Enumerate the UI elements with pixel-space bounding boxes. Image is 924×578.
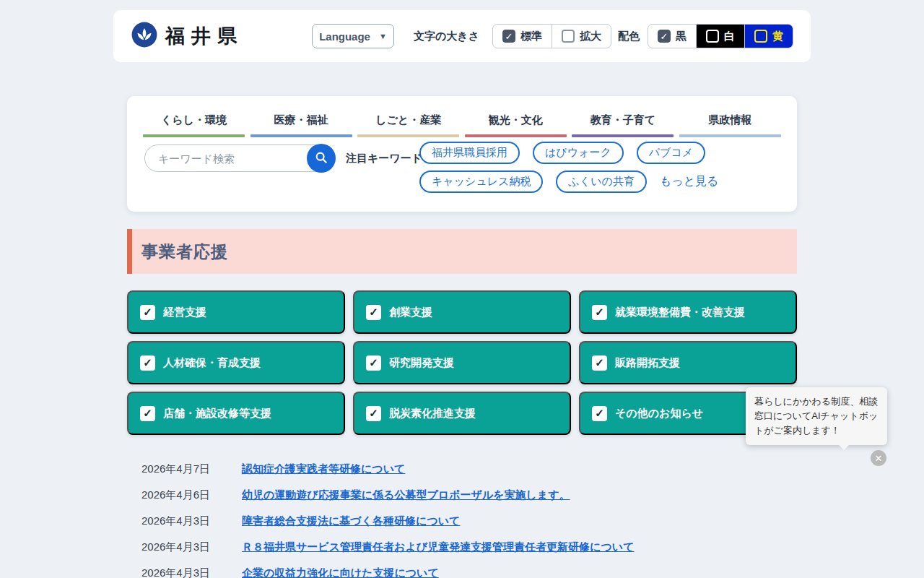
business-support-banner: 事業者応援 xyxy=(127,229,797,274)
news-link[interactable]: 認知症介護実践者等研修について xyxy=(242,462,405,476)
chatbot-tooltip-message: 暮らしにかかわる制度、相談窓口についてAIチャットボットがご案内します！ xyxy=(754,396,878,436)
fukui-emblem-icon xyxy=(131,21,158,51)
category-label: 人材確保・育成支援 xyxy=(163,356,261,370)
category-sogyo-shien[interactable]: ✓ 創業支援 xyxy=(353,290,571,334)
category-keiei-shien[interactable]: ✓ 経営支援 xyxy=(127,290,345,334)
banner-accent-bar xyxy=(127,229,132,274)
search-icon xyxy=(315,151,328,166)
news-date: 2026年4月7日 xyxy=(141,462,242,476)
color-scheme-yellow-option[interactable]: ✓ 黄 xyxy=(744,25,793,48)
more-keywords-link[interactable]: もっと見る xyxy=(660,174,719,189)
news-link[interactable]: 幼児の運動遊び応援事業に係る公募型プロポーザルを実施します。 xyxy=(242,488,570,502)
keyword-pill-shokuin-saiyo[interactable]: 福井県職員採用 xyxy=(419,142,520,164)
language-select[interactable]: Language ▼ xyxy=(312,24,394,48)
checkbox-unchecked-icon: ✓ xyxy=(562,30,575,43)
tab-underline xyxy=(357,134,459,137)
news-date: 2026年4月3日 xyxy=(141,566,242,578)
news-date: 2026年4月3日 xyxy=(141,540,242,554)
keyword-pill-pabukome[interactable]: パブコメ xyxy=(637,142,705,164)
tab-kanko-bunka[interactable]: 観光・文化 xyxy=(465,105,567,137)
search-box xyxy=(144,144,335,172)
font-size-large-label: 拡大 xyxy=(580,30,601,43)
chevron-down-icon: ▼ xyxy=(379,32,387,40)
category-label: 研究開発支援 xyxy=(389,356,454,370)
font-size-toggle-group: ✓ 標準 ✓ 拡大 xyxy=(492,24,611,48)
color-scheme-toggle-group: ✓ 黒 ✓ 白 ✓ 黄 xyxy=(648,24,793,48)
close-icon: ✕ xyxy=(875,454,883,463)
news-list: 2026年4月7日 認知症介護実践者等研修について 2026年4月6日 幼児の運… xyxy=(141,462,820,578)
font-size-standard-label: 標準 xyxy=(520,30,542,43)
font-size-standard-option[interactable]: ✓ 標準 xyxy=(493,25,552,48)
color-yellow-label: 黄 xyxy=(772,30,783,43)
tab-label: しごと・産業 xyxy=(357,105,459,134)
checkbox-checked-icon: ✓ xyxy=(140,305,155,320)
tab-shigoto-sangyo[interactable]: しごと・産業 xyxy=(357,105,459,137)
keyword-pill-cashless-nozei[interactable]: キャッシュレス納税 xyxy=(419,171,543,193)
keyword-pills: 福井県職員採用 はぴウォーク パブコメ キャッシュレス納税 ふくいの共育 もっと… xyxy=(419,142,718,193)
keyword-pill-hapi-walk[interactable]: はぴウォーク xyxy=(533,142,624,164)
checkbox-checked-icon: ✓ xyxy=(140,406,155,421)
checkbox-unchecked-icon: ✓ xyxy=(754,30,767,43)
search-button[interactable] xyxy=(307,144,336,173)
color-scheme-black-option[interactable]: ✓ 黒 xyxy=(648,25,696,48)
news-row: 2026年4月3日 障害者総合支援法に基づく各種研修について xyxy=(141,514,820,528)
tab-label: くらし・環境 xyxy=(143,105,245,134)
tab-kurashi-kankyo[interactable]: くらし・環境 xyxy=(143,105,245,137)
category-label: 経営支援 xyxy=(163,306,206,319)
checkbox-checked-icon: ✓ xyxy=(592,305,607,320)
category-label: 脱炭素化推進支援 xyxy=(389,407,476,420)
tab-underline xyxy=(465,134,567,137)
category-label: その他のお知らせ xyxy=(615,407,703,420)
category-shugyo-kankyo[interactable]: ✓ 就業環境整備費・改善支援 xyxy=(579,290,797,334)
checkbox-checked-icon: ✓ xyxy=(366,355,381,371)
tab-label: 教育・子育て xyxy=(572,105,674,134)
category-hanro-kaitaku[interactable]: ✓ 販路開拓支援 xyxy=(579,341,797,384)
category-jinzai-kakuho[interactable]: ✓ 人材確保・育成支援 xyxy=(127,341,345,384)
tab-kyoiku-kosodate[interactable]: 教育・子育て xyxy=(572,105,674,137)
checkbox-checked-icon: ✓ xyxy=(140,355,155,371)
tab-iryo-fukushi[interactable]: 医療・福祉 xyxy=(250,105,352,137)
keyword-pill-fukui-kyoiku[interactable]: ふくいの共育 xyxy=(556,171,646,193)
language-label: Language xyxy=(319,30,370,43)
section-title: 事業者応援 xyxy=(141,241,228,263)
category-datsutanso[interactable]: ✓ 脱炭素化推進支援 xyxy=(353,392,571,435)
category-label: 販路開拓支援 xyxy=(615,356,680,370)
category-label: 店舗・施設改修等支援 xyxy=(163,407,271,420)
tab-kensei-joho[interactable]: 県政情報 xyxy=(679,105,781,137)
font-size-large-option[interactable]: ✓ 拡大 xyxy=(552,25,611,48)
category-label: 就業環境整備費・改善支援 xyxy=(615,306,745,319)
chatbot-tooltip-close-button[interactable]: ✕ xyxy=(871,450,886,466)
checkbox-checked-icon: ✓ xyxy=(592,406,607,421)
tab-label: 医療・福祉 xyxy=(250,105,352,134)
tab-label: 観光・文化 xyxy=(465,105,567,134)
site-title: 福井県 xyxy=(165,23,243,49)
font-size-label: 文字の大きさ xyxy=(414,30,479,43)
tab-underline xyxy=(143,134,245,137)
nav-search-card: くらし・環境 医療・福祉 しごと・産業 観光・文化 教育・子育て 県政情報 xyxy=(127,96,797,212)
news-row: 2026年4月7日 認知症介護実践者等研修について xyxy=(141,462,820,476)
news-date: 2026年4月6日 xyxy=(141,488,242,502)
checkbox-checked-icon: ✓ xyxy=(366,305,381,320)
news-link[interactable]: 障害者総合支援法に基づく各種研修について xyxy=(242,514,460,528)
site-logo[interactable]: 福井県 xyxy=(131,21,243,51)
category-tabs: くらし・環境 医療・福祉 しごと・産業 観光・文化 教育・子育て 県政情報 xyxy=(143,105,781,137)
color-black-label: 黒 xyxy=(676,30,687,43)
news-row: 2026年4月3日 Ｒ８福井県サービス管理責任者および児童発達支援管理責任者更新… xyxy=(141,540,820,554)
category-tenpo-kaishu[interactable]: ✓ 店舗・施設改修等支援 xyxy=(127,392,345,435)
business-support-grid: ✓ 経営支援 ✓ 創業支援 ✓ 就業環境整備費・改善支援 ✓ 人材確保・育成支援… xyxy=(127,290,797,435)
checkbox-unchecked-icon: ✓ xyxy=(706,30,719,43)
news-link[interactable]: Ｒ８福井県サービス管理責任者および児童発達支援管理責任者更新研修について xyxy=(242,540,635,554)
category-label: 創業支援 xyxy=(389,306,432,319)
chatbot-tooltip: 暮らしにかかわる制度、相談窓口についてAIチャットボットがご案内します！ xyxy=(746,387,887,445)
checkbox-checked-icon: ✓ xyxy=(502,30,515,43)
news-link[interactable]: 企業の収益力強化に向けた支援について xyxy=(242,566,439,578)
color-scheme-white-option[interactable]: ✓ 白 xyxy=(696,25,744,48)
tab-underline xyxy=(572,134,674,137)
checkbox-checked-icon: ✓ xyxy=(592,355,607,371)
news-row: 2026年4月6日 幼児の運動遊び応援事業に係る公募型プロポーザルを実施します。 xyxy=(141,488,820,502)
category-kenkyu-kaihatsu[interactable]: ✓ 研究開発支援 xyxy=(353,341,571,384)
news-date: 2026年4月3日 xyxy=(141,514,242,528)
news-row: 2026年4月3日 企業の収益力強化に向けた支援について xyxy=(141,566,820,578)
color-white-label: 白 xyxy=(724,30,735,43)
color-scheme-label: 配色 xyxy=(618,30,640,43)
